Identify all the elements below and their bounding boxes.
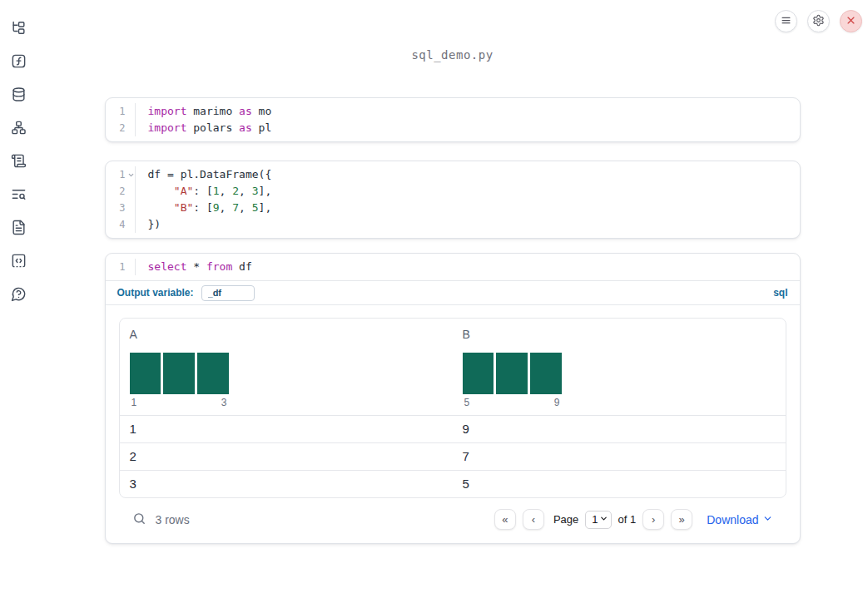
code-editor[interactable]: 1df = pl.DataFrame({2 "A": [1, 2, 3],3 "… bbox=[106, 161, 800, 238]
list-search-icon bbox=[11, 186, 27, 205]
histogram-max-label: 9 bbox=[554, 397, 560, 408]
table-row: 19 bbox=[120, 415, 786, 442]
code-editor[interactable]: 1import marimo as mo2import polars as pl bbox=[106, 98, 800, 141]
row-count-label: 3 rows bbox=[156, 513, 190, 526]
help-bubble-icon bbox=[11, 286, 27, 304]
sql-options-row: Output variable: sql bbox=[106, 281, 800, 305]
code-line[interactable]: 2import polars as pl bbox=[106, 120, 800, 136]
output-variable-label: Output variable: bbox=[117, 287, 194, 299]
settings-button[interactable] bbox=[807, 10, 830, 32]
output-variable-input[interactable] bbox=[201, 285, 255, 301]
cell-sql: 1select * from df Output variable: sql A… bbox=[105, 253, 801, 544]
code-text: import polars as pl bbox=[136, 120, 272, 136]
sidebar-item-dependency-graph[interactable] bbox=[9, 120, 27, 138]
sidebar-item-variables[interactable] bbox=[9, 53, 27, 72]
histogram-bar[interactable] bbox=[130, 353, 161, 394]
next-page-icon: › bbox=[652, 514, 655, 525]
language-badge[interactable]: sql bbox=[773, 287, 787, 299]
histogram-axis-labels: 59 bbox=[463, 397, 562, 410]
shutdown-button[interactable] bbox=[840, 10, 862, 32]
notebook-filename[interactable]: sql_demo.py bbox=[37, 47, 868, 63]
code-text: df = pl.DataFrame({ bbox=[136, 166, 272, 183]
previous-page-icon: ‹ bbox=[532, 514, 535, 525]
page-number-select[interactable]: 1 bbox=[585, 511, 611, 529]
column-histogram[interactable] bbox=[130, 353, 229, 394]
table-cell: 5 bbox=[453, 471, 786, 497]
database-icon bbox=[11, 86, 27, 105]
code-line[interactable]: 1select * from df bbox=[106, 259, 800, 275]
sidebar-item-tracebacks[interactable] bbox=[9, 186, 27, 205]
code-line[interactable]: 1df = pl.DataFrame({ bbox=[106, 166, 800, 183]
cell-imports: 1import marimo as mo2import polars as pl bbox=[105, 97, 801, 142]
histogram-bar[interactable] bbox=[163, 353, 195, 394]
column-header: B59 bbox=[453, 319, 786, 415]
table-cell: 7 bbox=[453, 443, 786, 470]
close-icon bbox=[845, 14, 857, 29]
histogram-max-label: 3 bbox=[221, 397, 227, 408]
code-line[interactable]: 3 "B": [9, 7, 5], bbox=[106, 200, 800, 216]
sidebar-item-datasources[interactable] bbox=[9, 86, 27, 105]
histogram-min-label: 5 bbox=[464, 397, 470, 408]
line-number: 3 bbox=[106, 200, 136, 216]
menu-icon bbox=[780, 14, 792, 29]
line-number: 2 bbox=[106, 183, 136, 200]
table-cell: 2 bbox=[120, 443, 453, 470]
document-icon bbox=[11, 220, 27, 238]
previous-page-button[interactable]: ‹ bbox=[523, 509, 544, 530]
line-number: 1 bbox=[106, 103, 136, 120]
table-search-button[interactable] bbox=[132, 511, 146, 528]
cell-dataframe: 1df = pl.DataFrame({2 "A": [1, 2, 3],3 "… bbox=[105, 161, 801, 239]
column-histogram[interactable] bbox=[463, 353, 562, 394]
line-number: 4 bbox=[106, 216, 136, 233]
sidebar-item-help[interactable] bbox=[9, 286, 27, 304]
notebook-menu-button[interactable] bbox=[775, 10, 797, 32]
function-square-icon bbox=[11, 53, 27, 72]
sidebar-panel bbox=[0, 0, 37, 593]
code-line[interactable]: 4}) bbox=[106, 216, 800, 233]
sql-code-editor[interactable]: 1select * from df bbox=[106, 254, 800, 281]
chevron-down-icon bbox=[762, 513, 773, 526]
settings-gear-icon bbox=[812, 14, 825, 29]
fold-chevron-icon[interactable] bbox=[127, 171, 135, 179]
table-row: 35 bbox=[120, 470, 786, 497]
page-number-value: 1 bbox=[592, 513, 598, 526]
download-label: Download bbox=[707, 513, 758, 526]
sidebar-item-snippets[interactable] bbox=[9, 253, 27, 271]
code-text: }) bbox=[136, 216, 161, 233]
table-header-row: A13B59 bbox=[120, 319, 786, 415]
sidebar-item-documentation[interactable] bbox=[9, 220, 27, 238]
sidebar-item-file-explorer[interactable] bbox=[9, 20, 27, 38]
dependency-graph-icon bbox=[11, 120, 27, 138]
code-line[interactable]: 1import marimo as mo bbox=[106, 103, 800, 120]
table-footer: 3 rows « ‹ Page 1 of 1 › » bbox=[132, 498, 773, 543]
last-page-icon: » bbox=[679, 514, 685, 525]
line-number: 2 bbox=[106, 120, 136, 136]
code-text: "B": [9, 7, 5], bbox=[136, 200, 272, 216]
sidebar-item-logs[interactable] bbox=[9, 153, 27, 171]
table-cell: 9 bbox=[453, 416, 786, 442]
column-name[interactable]: A bbox=[130, 328, 137, 341]
download-button[interactable]: Download bbox=[707, 513, 772, 526]
histogram-axis-labels: 13 bbox=[130, 397, 229, 410]
code-text: "A": [1, 2, 3], bbox=[136, 183, 272, 200]
table-cell: 3 bbox=[120, 471, 453, 497]
table-row: 27 bbox=[120, 442, 786, 470]
next-page-button[interactable]: › bbox=[642, 509, 664, 530]
first-page-icon: « bbox=[502, 514, 508, 525]
notebook-actions bbox=[775, 10, 862, 32]
chevron-down-icon bbox=[599, 513, 608, 526]
code-line[interactable]: 2 "A": [1, 2, 3], bbox=[106, 183, 800, 200]
search-icon bbox=[132, 511, 146, 528]
column-name[interactable]: B bbox=[463, 328, 470, 341]
page-of-label: of 1 bbox=[618, 513, 637, 526]
page-label: Page bbox=[553, 513, 578, 526]
file-tree-icon bbox=[11, 20, 27, 38]
histogram-bar[interactable] bbox=[496, 353, 528, 394]
code-text: import marimo as mo bbox=[136, 103, 272, 120]
histogram-bar[interactable] bbox=[197, 353, 229, 394]
last-page-button[interactable]: » bbox=[671, 509, 692, 530]
code-text: select * from df bbox=[136, 259, 252, 275]
histogram-bar[interactable] bbox=[530, 353, 562, 394]
histogram-bar[interactable] bbox=[463, 353, 494, 394]
first-page-button[interactable]: « bbox=[494, 509, 516, 530]
